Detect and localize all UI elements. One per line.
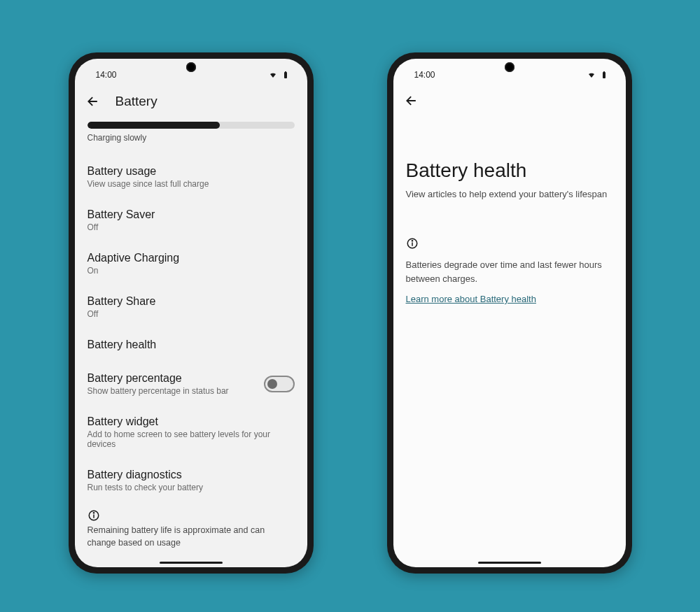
back-arrow-icon[interactable] <box>86 94 100 108</box>
item-sub: Off <box>88 309 295 319</box>
wifi-icon <box>587 71 596 79</box>
item-battery-widget[interactable]: Battery widget Add to home screen to see… <box>88 406 295 459</box>
footnote-row <box>88 502 295 525</box>
settings-list[interactable]: Charging slowly Battery usage View usage… <box>75 119 307 567</box>
info-text: Batteries degrade over time and last few… <box>406 258 613 285</box>
item-sub: On <box>88 266 295 276</box>
charging-status: Charging slowly <box>88 133 295 143</box>
header <box>393 85 626 118</box>
item-title: Battery Share <box>88 295 295 308</box>
status-icons <box>268 71 290 79</box>
item-sub: Add to home screen to see battery levels… <box>88 429 295 449</box>
battery-icon <box>281 71 290 79</box>
info-icon <box>406 237 419 250</box>
item-sub: View usage since last full charge <box>88 179 295 189</box>
screen-left: 14:00 Battery Charging slowly Battery us… <box>75 59 307 567</box>
item-battery-diagnostics[interactable]: Battery diagnostics Run tests to check y… <box>88 459 295 502</box>
item-title: Battery health <box>88 339 295 351</box>
toggle-battery-percentage[interactable] <box>264 376 295 392</box>
item-title: Battery percentage <box>88 372 264 385</box>
header: Battery <box>75 85 307 119</box>
battery-progress-bar <box>88 122 295 129</box>
svg-rect-5 <box>603 72 606 78</box>
phone-left: 14:00 Battery Charging slowly Battery us… <box>69 52 314 574</box>
item-battery-health[interactable]: Battery health <box>88 329 295 362</box>
battery-icon <box>599 71 609 79</box>
camera-cutout <box>505 62 514 72</box>
item-title: Battery diagnostics <box>88 469 295 481</box>
page-subtitle: View articles to help extend your batter… <box>393 189 626 220</box>
item-battery-usage[interactable]: Battery usage View usage since last full… <box>88 155 295 199</box>
page-title: Battery health <box>393 118 626 189</box>
learn-more-link[interactable]: Learn more about Battery health <box>406 294 536 304</box>
item-battery-share[interactable]: Battery Share Off <box>88 285 295 329</box>
nav-handle[interactable] <box>160 562 223 564</box>
svg-point-9 <box>412 241 412 241</box>
item-title: Battery Saver <box>88 208 295 221</box>
item-sub: Show battery percentage in status bar <box>88 386 264 396</box>
status-time: 14:00 <box>96 70 117 80</box>
item-battery-percentage[interactable]: Battery percentage Show battery percenta… <box>88 362 295 406</box>
page-title: Battery <box>115 94 158 109</box>
nav-handle[interactable] <box>478 562 541 564</box>
footnote-text: Remaining battery life is approximate an… <box>88 525 295 549</box>
wifi-icon <box>268 71 278 79</box>
svg-rect-1 <box>285 71 286 73</box>
svg-rect-6 <box>603 71 605 73</box>
status-icons <box>587 71 609 79</box>
status-time: 14:00 <box>414 70 435 80</box>
screen-right: 14:00 Battery health View articles to he… <box>393 59 626 567</box>
toggle-knob <box>267 379 277 389</box>
item-title: Battery usage <box>88 165 295 178</box>
camera-cutout <box>186 62 196 72</box>
item-battery-saver[interactable]: Battery Saver Off <box>88 199 295 242</box>
info-block: Batteries degrade over time and last few… <box>393 220 626 305</box>
item-adaptive-charging[interactable]: Adaptive Charging On <box>88 242 295 285</box>
item-title: Adaptive Charging <box>88 252 295 264</box>
phone-right: 14:00 Battery health View articles to he… <box>387 52 632 574</box>
back-arrow-icon[interactable] <box>405 94 419 108</box>
item-title: Battery widget <box>88 415 295 428</box>
svg-rect-0 <box>284 72 287 78</box>
item-sub: Off <box>88 222 295 232</box>
battery-progress-fill <box>88 122 220 129</box>
svg-point-4 <box>93 513 94 513</box>
item-sub: Run tests to check your battery <box>88 483 295 492</box>
info-icon <box>88 509 100 522</box>
